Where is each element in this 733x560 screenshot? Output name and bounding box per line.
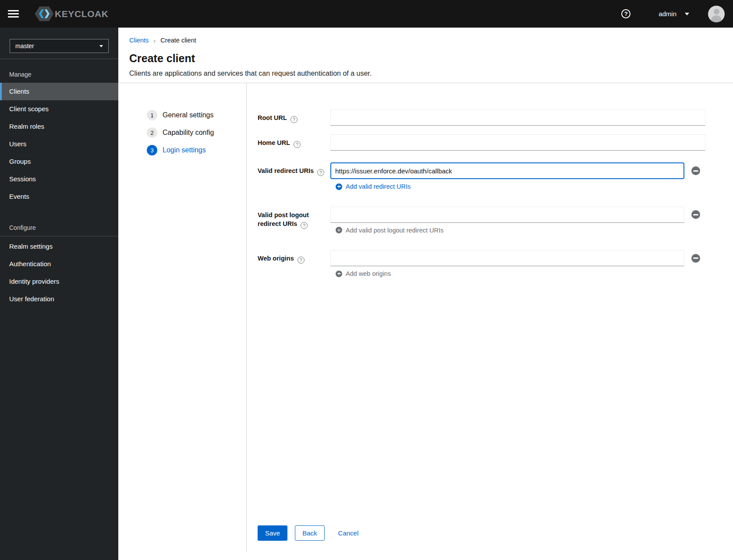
web-origins-row: Web origins? Add web origins (258, 250, 705, 279)
help-circle-icon[interactable]: ? (317, 169, 324, 176)
keycloak-logo: KEYCLOAK (34, 6, 109, 21)
sidebar-item-groups[interactable]: Groups (0, 153, 118, 170)
valid-redirect-uris-label: Valid redirect URIs? (258, 162, 330, 176)
page-header: Clients › Create client Create client Cl… (118, 28, 733, 78)
sidebar-item-identity-providers[interactable]: Identity providers (0, 273, 118, 290)
root-url-row: Root URL? (258, 109, 705, 126)
valid-redirect-uri-input[interactable] (330, 162, 684, 179)
add-link-text: Add web origins (346, 270, 391, 277)
chevron-down-icon (99, 45, 103, 47)
breadcrumb: Clients › Create client (129, 37, 733, 44)
root-url-input[interactable] (330, 109, 705, 126)
sidebar-item-authentication[interactable]: Authentication (0, 255, 118, 273)
label-text: Web origins (258, 255, 294, 262)
chevron-right-icon: › (153, 37, 156, 44)
remove-redirect-uri-icon[interactable] (691, 166, 700, 175)
web-origins-control: Add web origins (330, 250, 705, 279)
top-header: KEYCLOAK ? admin (0, 0, 733, 28)
help-glyph: ? (296, 142, 298, 147)
sidebar-item-users[interactable]: Users (0, 135, 118, 153)
sidebar-item-client-scopes[interactable]: Client scopes (0, 100, 118, 118)
user-menu-button[interactable]: admin (659, 10, 689, 18)
help-circle-icon[interactable]: ? (301, 222, 308, 229)
sidebar-item-realm-settings[interactable]: Realm settings (0, 238, 118, 255)
realm-selector-block: master (0, 28, 118, 59)
web-origins-label: Web origins? (258, 250, 330, 264)
help-icon[interactable]: ? (621, 9, 630, 18)
breadcrumb-current: Create client (160, 37, 196, 44)
save-button[interactable]: Save (258, 525, 287, 541)
plus-circle-icon (336, 271, 342, 277)
keycloak-admin-console: KEYCLOAK ? admin master Manage Clients C… (0, 0, 733, 560)
chevron-down-icon (685, 13, 689, 15)
header-actions: ? admin (621, 6, 733, 22)
root-url-label: Root URL? (258, 109, 330, 123)
web-origin-input[interactable] (330, 250, 684, 266)
wizard-step-capability-config[interactable]: 2 Capability config (147, 127, 214, 138)
help-glyph: ? (303, 223, 305, 228)
login-settings-form: Root URL? Home URL? Vali (246, 83, 733, 560)
help-circle-icon[interactable]: ? (290, 116, 297, 123)
breadcrumb-clients-link[interactable]: Clients (129, 37, 149, 44)
realm-name: master (15, 42, 34, 49)
help-circle-icon[interactable]: ? (294, 141, 301, 148)
valid-redirect-uris-control: Add valid redirect URIs (330, 162, 705, 192)
page-title: Create client (129, 52, 733, 65)
valid-post-logout-redirect-uris-control: Add valid post logout redirect URIs (330, 207, 705, 236)
sidebar-item-user-federation[interactable]: User federation (0, 290, 118, 308)
step-number-badge: 2 (147, 127, 157, 138)
keycloak-logo-icon (34, 6, 54, 21)
sidebar: master Manage Clients Client scopes Real… (0, 28, 118, 560)
cancel-button[interactable]: Cancel (338, 529, 359, 537)
valid-post-logout-redirect-uris-row: Valid post logout redirect URIs? Add val… (258, 207, 705, 236)
sidebar-item-events[interactable]: Events (0, 188, 118, 205)
valid-redirect-uris-row: Valid redirect URIs? Add valid redirect … (258, 162, 705, 192)
create-client-wizard: 1 General settings 2 Capability config 3… (118, 83, 733, 560)
wizard-step-general-settings[interactable]: 1 General settings (147, 110, 214, 120)
label-text: Valid redirect URIs (258, 167, 314, 174)
label-text: Home URL (258, 139, 290, 146)
sidebar-item-realm-roles[interactable]: Realm roles (0, 118, 118, 135)
wizard-footer: Save Back Cancel (258, 525, 705, 541)
sidebar-divider (0, 236, 118, 236)
add-valid-redirect-uris-button[interactable]: Add valid redirect URIs (336, 183, 411, 190)
avatar[interactable] (708, 6, 725, 22)
home-url-label: Home URL? (258, 134, 330, 148)
label-text: Root URL (258, 114, 287, 121)
add-link-text: Add valid post logout redirect URIs (346, 227, 443, 234)
help-glyph: ? (300, 257, 302, 263)
sidebar-nav: Manage Clients Client scopes Realm roles… (0, 59, 118, 308)
sidebar-item-clients[interactable]: Clients (0, 83, 118, 100)
page-subtitle: Clients are applications and services th… (129, 69, 733, 78)
help-glyph: ? (319, 170, 322, 175)
help-circle-icon[interactable]: ? (297, 257, 305, 264)
root-url-control (330, 109, 705, 126)
wizard-step-login-settings[interactable]: 3 Login settings (147, 145, 206, 155)
hamburger-menu-icon[interactable] (8, 8, 21, 20)
post-logout-redirect-uri-input[interactable] (330, 207, 684, 223)
plus-circle-icon (336, 227, 342, 233)
username: admin (659, 10, 676, 18)
help-glyph: ? (293, 117, 295, 122)
realm-selector[interactable]: master (10, 39, 109, 53)
step-number-badge: 1 (147, 110, 157, 120)
add-web-origins-button: Add web origins (336, 270, 391, 277)
remove-web-origin-icon[interactable] (691, 254, 700, 263)
help-glyph: ? (624, 11, 628, 17)
valid-post-logout-redirect-uris-label: Valid post logout redirect URIs? (258, 207, 330, 229)
step-label: Capability config (163, 129, 214, 137)
nav-section-configure: Configure (0, 222, 118, 233)
home-url-input[interactable] (330, 134, 705, 151)
sidebar-item-sessions[interactable]: Sessions (0, 170, 118, 188)
back-button[interactable]: Back (295, 525, 324, 541)
step-label: Login settings (163, 146, 206, 154)
brand-name: KEYCLOAK (55, 9, 109, 19)
step-number-badge: 3 (147, 145, 157, 155)
plus-circle-icon (336, 183, 342, 190)
nav-section-configure-group: Configure Realm settings Authentication … (0, 222, 118, 308)
remove-post-logout-uri-icon[interactable] (691, 210, 700, 219)
wizard-steps-nav: 1 General settings 2 Capability config 3… (118, 83, 246, 560)
wizard-divider (246, 83, 247, 552)
add-link-text: Add valid redirect URIs (346, 183, 411, 190)
nav-section-manage: Manage (0, 69, 118, 80)
